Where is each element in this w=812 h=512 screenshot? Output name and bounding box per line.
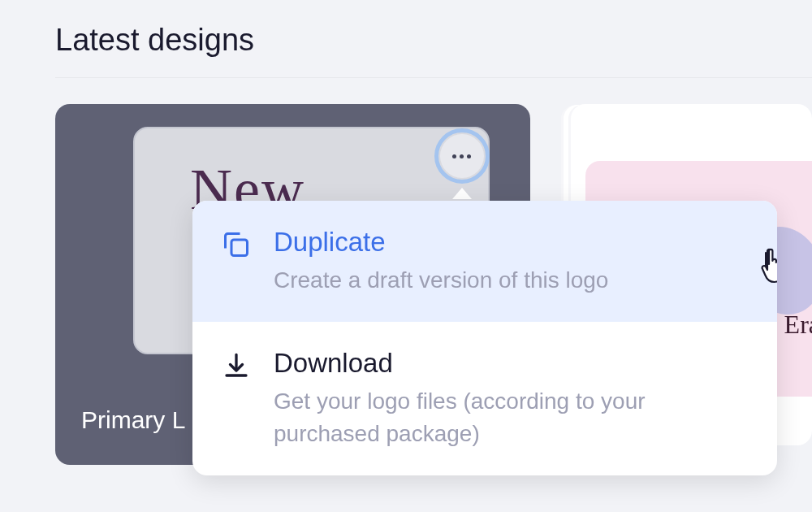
cursor-pointer-icon bbox=[754, 246, 777, 295]
menu-item-duplicate[interactable]: Duplicate Create a draft version of this… bbox=[192, 201, 777, 322]
dropdown-arrow bbox=[452, 188, 472, 199]
menu-item-desc: Create a draft version of this logo bbox=[274, 264, 748, 297]
menu-item-title: Duplicate bbox=[274, 227, 748, 258]
options-dropdown: Duplicate Create a draft version of this… bbox=[192, 201, 777, 475]
svg-rect-0 bbox=[231, 240, 248, 256]
brand-text: Era bbox=[784, 310, 812, 340]
menu-item-title: Download bbox=[274, 348, 748, 379]
menu-item-desc: Get your logo files (according to your p… bbox=[274, 385, 748, 451]
section-title: Latest designs bbox=[0, 0, 812, 77]
duplicate-icon bbox=[222, 230, 251, 259]
more-icon bbox=[440, 134, 484, 178]
design-card-label: Primary L bbox=[81, 406, 185, 434]
menu-item-download[interactable]: Download Get your logo files (according … bbox=[192, 322, 777, 475]
more-options-button[interactable] bbox=[434, 128, 490, 184]
download-icon bbox=[222, 351, 251, 380]
